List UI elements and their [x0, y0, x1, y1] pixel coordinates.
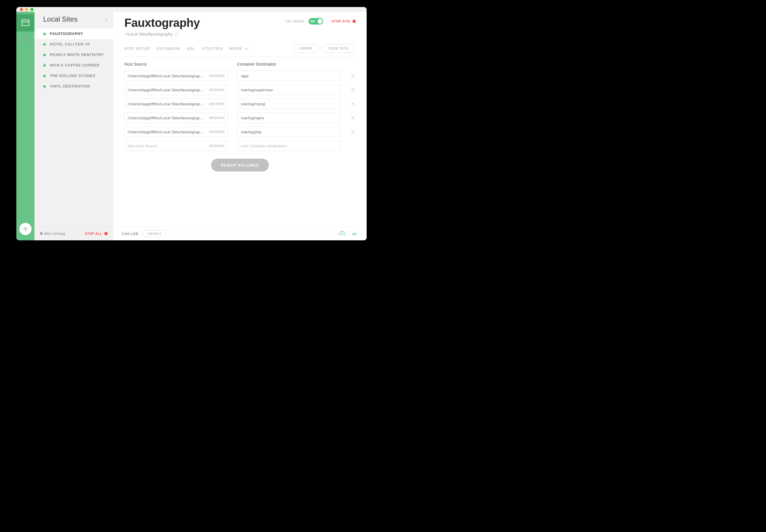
status-dot-icon — [43, 54, 46, 56]
left-rail — [16, 7, 34, 240]
dest-path-value: /var/log/mysql — [241, 102, 265, 106]
sites-icon — [22, 20, 29, 26]
site-item-label: THE ROLLING SCONES — [50, 74, 95, 78]
dest-path-value: /var/log/nginx — [241, 116, 264, 120]
volumes-panel: Host Source Container Destination /Users… — [113, 57, 367, 226]
browse-button[interactable]: BROWSE — [209, 130, 225, 134]
rail-sites-button[interactable] — [16, 14, 34, 31]
host-path-value: /Users/claygriffiths/Local Sites/fauxtog… — [127, 88, 207, 92]
host-path-value: /Users/claygriffiths/Local Sites/fauxtog… — [127, 116, 207, 120]
view-site-button[interactable]: VIEW SITE — [322, 44, 356, 53]
host-source-input[interactable]: /Users/claygriffiths/Local Sites/fauxtog… — [124, 85, 228, 95]
plus-icon — [22, 226, 29, 232]
stop-icon — [104, 232, 107, 235]
stop-site-button[interactable]: STOP SITE — [332, 20, 356, 23]
sites-running-count: 6 sites running — [40, 231, 65, 236]
browse-button[interactable]: BROWSE — [209, 88, 225, 92]
devmode-toggle[interactable]: ON — [309, 18, 323, 25]
remove-row-button[interactable]: ✕ — [350, 101, 356, 107]
site-title: Fauxtography — [124, 16, 200, 29]
remove-row-button[interactable]: ✕ — [350, 115, 356, 121]
cloud-push-icon[interactable] — [339, 231, 346, 237]
container-destination-input[interactable]: Add Container Destination — [237, 141, 341, 151]
tab-more[interactable]: MORE — [230, 46, 249, 51]
cloud-download-icon — [21, 37, 29, 43]
remove-row-button[interactable]: ✕ — [350, 73, 356, 79]
volume-row: /Users/claygriffiths/Local Sites/fauxtog… — [124, 127, 356, 137]
minimize-window-button[interactable] — [25, 8, 28, 11]
reveal-path-button[interactable]: › — [175, 32, 179, 36]
host-path-value: /Users/claygriffiths/Local Sites/fauxtog… — [127, 130, 207, 134]
host-source-input[interactable]: /Users/claygriffiths/Local Sites/fauxtog… — [124, 127, 228, 137]
sidebar-title: Local Sites — [43, 15, 77, 23]
collapse-sidebar-button[interactable]: ‹‹ — [105, 16, 106, 22]
tab-database[interactable]: DATABASE — [157, 46, 180, 51]
dest-path-value: /var/log/php — [241, 130, 262, 134]
svg-point-0 — [354, 235, 355, 236]
host-source-input[interactable]: /Users/claygriffiths/Local Sites/fauxtog… — [124, 113, 228, 123]
host-source-input[interactable]: /Users/claygriffiths/Local Sites/fauxtog… — [124, 99, 228, 109]
browse-button[interactable]: BROWSE — [209, 102, 225, 106]
volume-row: /Users/claygriffiths/Local Sites/fauxtog… — [124, 85, 356, 95]
admin-button[interactable]: ADMIN — [293, 44, 319, 53]
cloud-broadcast-icon[interactable] — [351, 231, 358, 237]
sidebar: Local Sites ‹‹ FAUXTOGRAPHYHOTEL CALI FO… — [34, 7, 113, 240]
sidebar-site-item[interactable]: RICK'S COFFEE CORNER — [34, 60, 113, 71]
container-destination-input[interactable]: /var/log/nginx — [237, 113, 341, 123]
host-path-value: /Users/claygriffiths/Local Sites/fauxtog… — [127, 102, 207, 106]
volume-row: /Users/claygriffiths/Local Sites/fauxtog… — [124, 99, 356, 109]
main-panel: Fauxtography DEV MODE ON STOP SITE ~/Loc… — [113, 7, 367, 240]
close-window-button[interactable] — [20, 8, 23, 11]
status-dot-icon — [43, 33, 46, 35]
status-dot-icon — [43, 64, 46, 67]
browse-button[interactable]: BROWSE — [209, 144, 225, 148]
volume-row-new: Add Host Source BROWSE Add Container Des… — [124, 141, 356, 151]
host-source-input[interactable]: Add Host Source BROWSE — [124, 141, 228, 151]
status-dot-icon — [43, 75, 46, 77]
site-list: FAUXTOGRAPHYHOTEL CALI FOR YAPEARLY WHIT… — [34, 29, 113, 226]
status-dot-icon — [43, 43, 46, 46]
site-item-label: VINYL DESTINATION — [50, 84, 90, 88]
container-destination-input[interactable]: /var/log/supervisor — [237, 85, 341, 95]
remap-volumes-button[interactable]: REMAP VOLUMES — [211, 159, 269, 171]
sidebar-site-item[interactable]: HOTEL CALI FOR YA — [34, 39, 113, 50]
browse-button[interactable]: BROWSE — [209, 116, 225, 120]
sidebar-site-item[interactable]: THE ROLLING SCONES — [34, 71, 113, 81]
livelink-label: Live Link: — [122, 231, 139, 236]
tab-site-setup[interactable]: SITE SETUP — [124, 46, 150, 51]
remove-row-button[interactable]: ✕ — [350, 87, 356, 93]
maximize-window-button[interactable] — [30, 8, 34, 11]
host-column-header: Host Source — [124, 62, 228, 67]
tab-ssl[interactable]: SSL — [187, 46, 195, 51]
remove-row-button[interactable]: ✕ — [350, 129, 356, 135]
site-item-label: PEARLY WHITE DENTISTRY — [50, 53, 104, 57]
host-source-input[interactable]: /Users/claygriffiths/Local Sites/fauxtog… — [124, 71, 228, 81]
tab-utilities[interactable]: UTILITIES — [202, 46, 223, 51]
divider — [327, 18, 328, 24]
devmode-label: DEV MODE — [286, 20, 305, 23]
dest-path-value: /app — [241, 74, 249, 78]
stop-all-button[interactable]: STOP ALL — [85, 232, 107, 235]
browse-button[interactable]: BROWSE — [209, 74, 225, 78]
status-dot-icon — [43, 85, 46, 88]
main-footer: Live Link: ENABLE — [113, 226, 367, 240]
volume-row: /Users/claygriffiths/Local Sites/fauxtog… — [124, 113, 356, 123]
tabs: SITE SETUPDATABASESSLUTILITIESMORE — [124, 46, 249, 51]
livelink-enable-button[interactable]: ENABLE — [143, 230, 167, 237]
dest-path-value: /var/log/supervisor — [241, 88, 273, 92]
volume-row: /Users/claygriffiths/Local Sites/fauxtog… — [124, 71, 356, 81]
sidebar-site-item[interactable]: PEARLY WHITE DENTISTRY — [34, 50, 113, 60]
add-site-button[interactable] — [19, 223, 31, 235]
container-destination-input[interactable]: /var/log/mysql — [237, 99, 341, 109]
sidebar-site-item[interactable]: VINYL DESTINATION — [34, 81, 113, 92]
site-path: ~/Local Sites/fauxtography — [124, 32, 172, 36]
sidebar-site-item[interactable]: FAUXTOGRAPHY — [34, 29, 113, 39]
container-destination-input[interactable]: /var/log/php — [237, 127, 341, 137]
rail-cloud-button[interactable] — [16, 31, 34, 49]
host-path-value: /Users/claygriffiths/Local Sites/fauxtog… — [127, 74, 207, 78]
site-header: Fauxtography DEV MODE ON STOP SITE ~/Loc… — [113, 7, 367, 57]
site-item-label: RICK'S COFFEE CORNER — [50, 63, 99, 67]
titlebar — [16, 7, 367, 12]
container-destination-input[interactable]: /app — [237, 71, 341, 81]
app-window: Local Sites ‹‹ FAUXTOGRAPHYHOTEL CALI FO… — [16, 7, 367, 240]
